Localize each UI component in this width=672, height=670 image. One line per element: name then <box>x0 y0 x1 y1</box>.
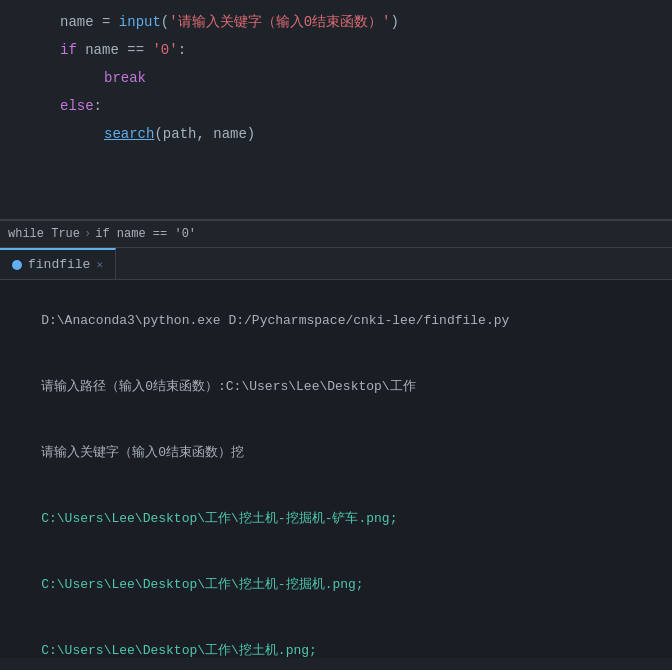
code-func: input <box>119 10 161 34</box>
terminal-line-6: C:\Users\Lee\Desktop\工作\挖土机.png; <box>10 618 662 658</box>
terminal-area: D:\Anaconda3\python.exe D:/Pycharmspace/… <box>0 280 672 658</box>
terminal-line-5: C:\Users\Lee\Desktop\工作\挖土机-挖掘机.png; <box>10 552 662 618</box>
code-kw-if: if <box>60 38 77 62</box>
breadcrumb-item-2[interactable]: if name == '0' <box>95 227 196 241</box>
code-kw-break: break <box>104 66 146 90</box>
breadcrumb-bar: while True › if name == '0' <box>0 220 672 248</box>
tab-findfile[interactable]: findfile ✕ <box>0 248 116 279</box>
code-line-1: name = input ( '请输入关键字（输入0结束函数）' ) <box>0 8 672 36</box>
code-var: name <box>60 10 94 34</box>
terminal-line-2: 请输入路径（输入0结束函数）:C:\Users\Lee\Desktop\工作 <box>10 354 662 420</box>
breadcrumb-item-1[interactable]: while True <box>8 227 80 241</box>
terminal-line-4: C:\Users\Lee\Desktop\工作\挖土机-挖掘机-铲车.png; <box>10 486 662 552</box>
code-line-2: if name == '0' : <box>0 36 672 64</box>
code-func-search: search <box>104 122 154 146</box>
code-kw-else: else <box>60 94 94 118</box>
tab-bar: findfile ✕ <box>0 248 672 280</box>
breadcrumb-separator: › <box>84 227 91 241</box>
terminal-line-1: D:\Anaconda3\python.exe D:/Pycharmspace/… <box>10 288 662 354</box>
terminal-line-3: 请输入关键字（输入0结束函数）挖 <box>10 420 662 486</box>
code-str: '请输入关键字（输入0结束函数）' <box>169 10 390 34</box>
tab-close-button[interactable]: ✕ <box>96 258 103 271</box>
python-tab-icon <box>12 260 22 270</box>
code-line-3: break <box>0 64 672 92</box>
code-line-4: else : <box>0 92 672 120</box>
code-line-5: search ( path , name ) <box>0 120 672 148</box>
code-editor: name = input ( '请输入关键字（输入0结束函数）' ) if na… <box>0 0 672 220</box>
tab-label: findfile <box>28 257 90 272</box>
